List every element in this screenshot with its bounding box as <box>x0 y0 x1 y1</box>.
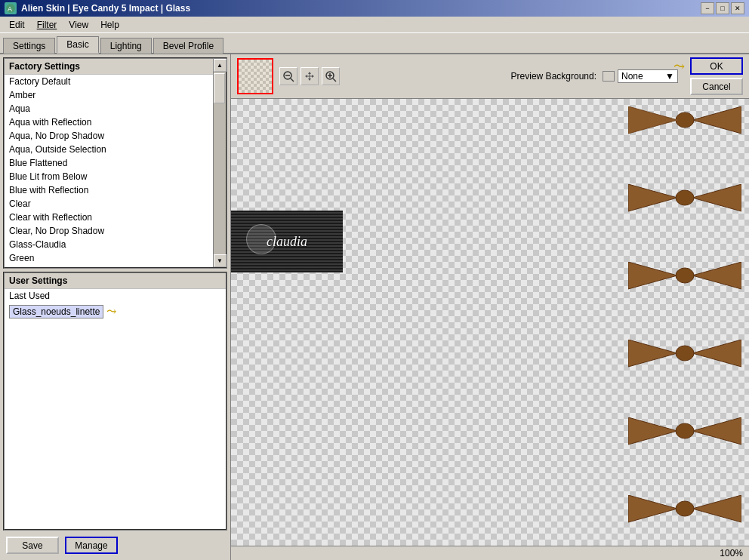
bg-color-box <box>603 71 615 82</box>
scroll-thumb[interactable] <box>214 73 225 103</box>
svg-text:A: A <box>8 5 12 13</box>
minimize-button[interactable]: − <box>701 2 714 14</box>
claudia-text: claudia <box>267 234 307 250</box>
list-item[interactable]: Aqua, No Drop Shadow <box>5 129 213 143</box>
menu-help[interactable]: Help <box>94 18 125 32</box>
svg-marker-26 <box>692 495 741 522</box>
maximize-button[interactable]: □ <box>716 2 729 14</box>
bow-tie-5 <box>628 417 741 450</box>
user-selected-item: Glass_noeuds_linette ⤳ <box>5 303 226 320</box>
svg-marker-14 <box>692 184 741 211</box>
status-bar: 100% <box>231 546 749 560</box>
factory-settings-section: Factory Settings Factory Default Amber A… <box>3 57 227 269</box>
list-item[interactable]: Clear <box>5 197 213 211</box>
manage-button[interactable]: Manage <box>65 537 118 554</box>
left-panel: Factory Settings Factory Default Amber A… <box>0 54 230 560</box>
svg-marker-25 <box>628 495 677 522</box>
list-item-clear-reflection[interactable]: Clear with Reflection <box>5 211 213 224</box>
svg-marker-20 <box>692 340 741 367</box>
claudia-image: claudia <box>231 211 343 272</box>
svg-marker-22 <box>628 417 677 445</box>
svg-line-6 <box>333 78 336 82</box>
svg-marker-10 <box>692 106 741 134</box>
window-title: Alien Skin | Eye Candy 5 Impact | Glass <box>21 3 190 14</box>
list-item[interactable]: Aqua <box>5 102 213 115</box>
app-icon: A <box>5 2 17 14</box>
scroll-up-button[interactable]: ▲ <box>214 59 227 72</box>
svg-marker-13 <box>628 184 677 211</box>
preview-canvas: claudia <box>231 99 749 546</box>
cancel-button[interactable]: Cancel <box>690 78 743 95</box>
svg-marker-9 <box>628 106 677 134</box>
ok-cancel-buttons: ⤳ OK Cancel <box>690 57 743 95</box>
content-area: Factory Settings Factory Default Amber A… <box>0 54 749 560</box>
bow-tie-1 <box>628 106 741 139</box>
ok-arrow-icon: ⤳ <box>673 58 685 75</box>
pan-icon[interactable] <box>301 67 319 85</box>
bow-tie-3 <box>628 262 741 294</box>
preview-bg-label: Preview Background: <box>511 71 596 82</box>
app-container: Settings Basic Lighting Bevel Profile Fa… <box>0 33 749 560</box>
list-item[interactable]: Amber <box>5 88 213 102</box>
tab-bevel-profile[interactable]: Bevel Profile <box>153 38 223 54</box>
list-item[interactable]: Blue with Reflection <box>5 183 213 197</box>
factory-settings-list: Factory Settings Factory Default Amber A… <box>5 59 213 267</box>
user-settings-header: User Settings <box>5 273 226 289</box>
scroll-down-button[interactable]: ▼ <box>214 254 227 267</box>
bow-tie-container <box>628 106 741 546</box>
menu-filter[interactable]: Filter <box>31 18 63 32</box>
svg-line-3 <box>291 78 294 82</box>
list-item[interactable]: Blue Flattened <box>5 156 213 170</box>
menu-view[interactable]: View <box>63 18 94 32</box>
svg-marker-17 <box>692 262 741 289</box>
list-item[interactable]: Aqua with Reflection <box>5 115 213 129</box>
list-item[interactable]: Clear, No Drop Shadow <box>5 224 213 238</box>
list-item[interactable]: Aqua, Outside Selection <box>5 143 213 156</box>
bow-tie-2 <box>628 184 741 217</box>
zoom-in-icon[interactable] <box>322 67 340 85</box>
menu-bar: Edit Filter View Help <box>0 17 749 33</box>
list-item[interactable]: Glass-Claudia <box>5 238 213 251</box>
last-used-label: Last Used <box>5 289 226 303</box>
zoom-out-icon[interactable] <box>279 67 297 85</box>
scroll-track[interactable] <box>214 72 226 254</box>
tab-lighting[interactable]: Lighting <box>100 38 152 54</box>
tab-settings[interactable]: Settings <box>3 38 55 54</box>
user-settings-section: User Settings Last Used Glass_noeuds_lin… <box>3 272 227 531</box>
title-bar: A Alien Skin | Eye Candy 5 Impact | Glas… <box>0 0 749 17</box>
list-item[interactable]: Blue Lit from Below <box>5 170 213 183</box>
svg-point-18 <box>676 268 694 283</box>
svg-marker-19 <box>628 340 677 367</box>
svg-marker-16 <box>628 262 677 289</box>
svg-point-15 <box>676 190 694 205</box>
menu-edit[interactable]: Edit <box>3 18 31 32</box>
preview-toolbar: Preview Background: None ▼ ⤳ OK Cance <box>231 54 749 99</box>
tab-bar: Settings Basic Lighting Bevel Profile <box>0 33 749 54</box>
tab-basic[interactable]: Basic <box>57 36 98 54</box>
selected-item-text[interactable]: Glass_noeuds_linette <box>9 305 103 318</box>
save-button[interactable]: Save <box>6 537 59 554</box>
preview-bg-select: None ▼ <box>603 69 678 83</box>
tool-icons <box>279 67 340 85</box>
factory-settings-header: Factory Settings <box>5 59 213 75</box>
bow-tie-4 <box>628 340 741 372</box>
factory-settings-scrollbar[interactable]: ▲ ▼ <box>213 59 226 267</box>
list-item[interactable]: Factory Default <box>5 75 213 88</box>
list-item[interactable]: Green <box>5 251 213 265</box>
svg-point-27 <box>676 501 694 516</box>
list-item[interactable]: Jade <box>5 265 213 267</box>
right-panel: Preview Background: None ▼ ⤳ OK Cance <box>230 54 749 560</box>
arrow-icon: ⤳ <box>106 304 116 318</box>
preview-thumbnail <box>237 58 273 94</box>
svg-point-21 <box>676 346 694 361</box>
zoom-level: 100% <box>720 548 743 558</box>
svg-point-11 <box>676 112 694 128</box>
bow-tie-6 <box>628 495 741 528</box>
svg-point-24 <box>676 423 694 438</box>
close-button[interactable]: ✕ <box>731 2 744 14</box>
bottom-buttons: Save Manage <box>3 534 227 557</box>
window-controls[interactable]: − □ ✕ <box>701 2 744 14</box>
svg-marker-23 <box>692 417 741 445</box>
preview-bg-dropdown[interactable]: None ▼ <box>618 69 678 83</box>
ok-button[interactable]: ⤳ OK <box>690 57 743 75</box>
